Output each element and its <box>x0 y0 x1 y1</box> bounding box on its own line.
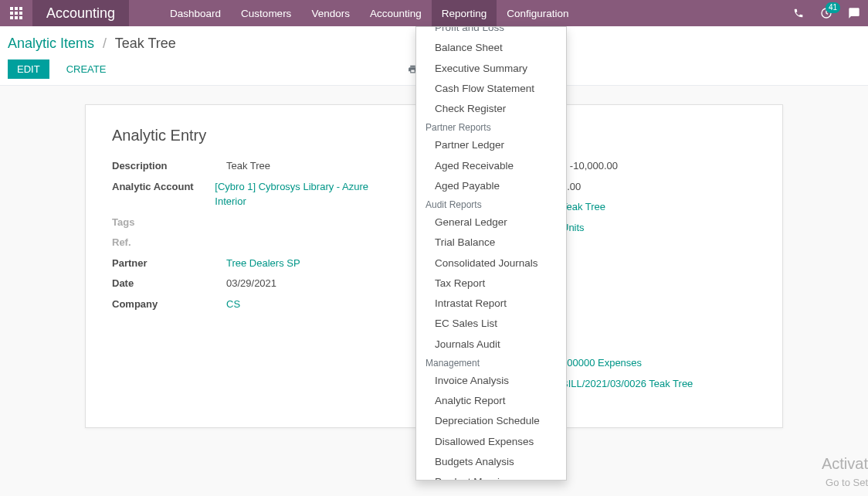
value-partner[interactable]: Tree Dealers SP <box>226 256 300 271</box>
menu-customers[interactable]: Customers <box>231 0 301 26</box>
svg-rect-8 <box>19 16 22 19</box>
value-analytic-account[interactable]: [Cybro 1] Cybrosys Library - Azure Inter… <box>215 179 384 209</box>
os-watermark-title: Activat <box>822 455 868 473</box>
value-fin-account[interactable]: 600000 Expenses <box>561 355 642 371</box>
dropdown-item[interactable]: Depreciation Schedule <box>416 411 566 431</box>
reporting-dropdown[interactable]: Profit and LossBalance SheetExecutive Su… <box>415 26 567 481</box>
dropdown-item[interactable]: Analytic Report <box>416 391 566 411</box>
value-amount: $ -10,000.00 <box>561 158 618 174</box>
svg-rect-3 <box>10 12 13 15</box>
dropdown-item[interactable]: Aged Receivable <box>416 156 566 176</box>
dropdown-item[interactable]: Aged Payable <box>416 176 566 196</box>
activity-badge: 41 <box>826 2 840 13</box>
label-company: Company <box>112 297 226 312</box>
dropdown-item[interactable]: Tax Report <box>416 273 566 294</box>
dropdown-item[interactable]: Disallowed Expenses <box>416 432 566 452</box>
breadcrumb-root[interactable]: Analytic Items <box>8 36 94 51</box>
dropdown-item[interactable]: Balance Sheet <box>416 38 566 58</box>
label-description: Description <box>112 158 226 174</box>
menu-dashboard[interactable]: Dashboard <box>160 0 231 26</box>
app-brand[interactable]: Accounting <box>32 0 129 26</box>
breadcrumb-sep: / <box>103 36 107 51</box>
value-company[interactable]: CS <box>226 297 240 312</box>
phone-icon[interactable] <box>785 0 812 26</box>
left-column: DescriptionTeak Tree Analytic Account[Cy… <box>112 158 384 396</box>
svg-rect-0 <box>10 7 13 10</box>
dropdown-item[interactable]: General Ledger <box>416 212 566 233</box>
svg-rect-1 <box>15 7 18 10</box>
svg-rect-2 <box>19 7 22 10</box>
value-product[interactable]: Teak Tree <box>561 199 605 215</box>
svg-rect-6 <box>10 16 13 19</box>
dropdown-item[interactable]: Check Register <box>416 99 566 119</box>
messaging-icon[interactable] <box>840 0 868 26</box>
svg-rect-5 <box>19 12 22 15</box>
dropdown-item[interactable]: Product Margins <box>416 472 566 481</box>
os-watermark-sub: Go to Set <box>826 477 868 488</box>
navbar-right: 41 <box>785 0 868 26</box>
menu-reporting[interactable]: Reporting <box>432 0 497 26</box>
value-description: Teak Tree <box>226 158 270 174</box>
dropdown-item[interactable]: Intrastat Report <box>416 294 566 314</box>
svg-rect-4 <box>15 12 18 15</box>
menu-vendors[interactable]: Vendors <box>301 0 360 26</box>
top-navbar: Accounting DashboardCustomersVendorsAcco… <box>0 0 868 26</box>
label-tags: Tags <box>112 215 226 230</box>
dropdown-section: Management <box>416 355 566 371</box>
apps-launcher-icon[interactable] <box>0 0 32 26</box>
label-date: Date <box>112 276 226 291</box>
dropdown-item[interactable]: Trial Balance <box>416 233 566 253</box>
dropdown-item[interactable]: Executive Summary <box>416 59 566 79</box>
dropdown-section: Audit Reports <box>416 196 566 212</box>
menu-configuration[interactable]: Configuration <box>497 0 578 26</box>
dropdown-item[interactable]: Partner Ledger <box>416 135 566 155</box>
dropdown-section: Partner Reports <box>416 119 566 135</box>
dropdown-item[interactable]: Invoice Analysis <box>416 371 566 391</box>
label-analytic-account: Analytic Account <box>112 179 215 209</box>
main-menu: DashboardCustomersVendorsAccountingRepor… <box>160 0 579 26</box>
value-journal-item[interactable]: BILL/2021/03/0026 Teak Tree <box>561 376 693 392</box>
menu-accounting[interactable]: Accounting <box>360 0 432 26</box>
dropdown-item[interactable]: Consolidated Journals <box>416 253 566 273</box>
breadcrumb-current: Teak Tree <box>115 36 176 51</box>
dropdown-item[interactable]: Cash Flow Statement <box>416 79 566 99</box>
dropdown-item[interactable]: EC Sales List <box>416 314 566 334</box>
edit-button[interactable]: EDIT <box>8 59 49 79</box>
activities-icon[interactable]: 41 <box>812 0 840 26</box>
value-date: 03/29/2021 <box>226 276 276 291</box>
dropdown-item[interactable]: Journals Audit <box>416 335 566 355</box>
dropdown-item[interactable]: Budgets Analysis <box>416 452 566 472</box>
dropdown-item[interactable]: Profit and Loss <box>416 26 566 38</box>
label-partner: Partner <box>112 256 226 271</box>
svg-rect-7 <box>15 16 18 19</box>
label-ref: Ref. <box>112 235 226 250</box>
create-button[interactable]: CREATE <box>57 59 116 79</box>
